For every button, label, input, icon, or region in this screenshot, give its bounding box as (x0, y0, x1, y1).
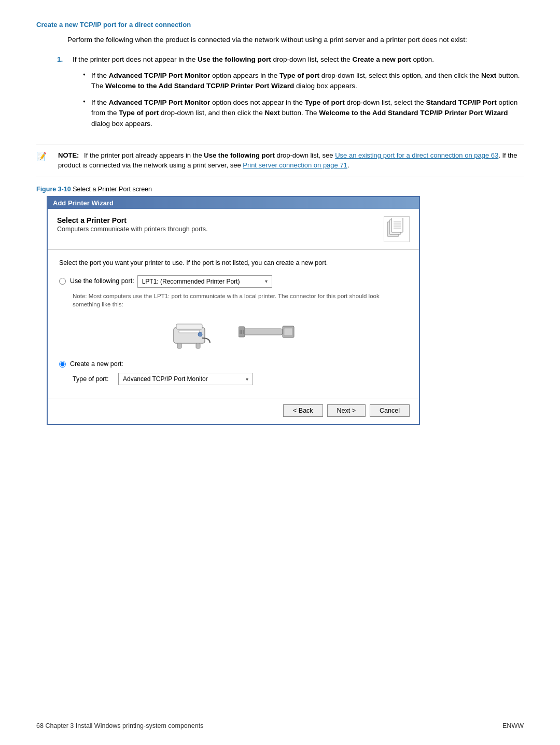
bullet2-bold4: Type of port (119, 109, 159, 117)
svg-rect-11 (177, 343, 181, 348)
radio-use-following-port-row: Use the following port: LPT1: (Recommend… (59, 275, 408, 288)
radio-create-new-port[interactable] (59, 361, 66, 368)
radio-use-following-port[interactable] (59, 278, 66, 285)
intro-text: Perform the following when the product i… (67, 35, 524, 45)
svg-rect-13 (241, 329, 283, 335)
wizard-titlebar: Add Printer Wizard (48, 197, 419, 209)
svg-point-10 (198, 332, 202, 336)
wizard-printer-icon (384, 216, 410, 242)
back-button[interactable]: < Back (283, 404, 323, 417)
next-button[interactable]: Next > (327, 404, 366, 417)
svg-rect-12 (196, 343, 200, 348)
wizard-footer: < Back Next > Cancel (48, 399, 419, 424)
cable-svg (239, 318, 296, 347)
bullet2-bold3: Standard TCP/IP Port (426, 99, 497, 106)
bullet1-bold2: Type of port (279, 72, 319, 79)
wizard-header-title: Select a Printer Port (57, 216, 207, 224)
bullet1-bold3: Next (481, 72, 496, 79)
list-item-1: 1. If the printer port does not appear i… (57, 54, 524, 135)
bullet2-bold2: Type of port (305, 99, 345, 106)
svg-rect-19 (284, 328, 292, 335)
note-content: NOTE: If the printer port already appear… (58, 150, 524, 171)
printer-illustration (59, 315, 408, 351)
list-number-1: 1. (57, 54, 73, 135)
list1-text-after2: option. (411, 55, 434, 63)
wizard-header-text: Select a Printer Port Computers communic… (57, 216, 207, 233)
wizard-header-subtitle: Computers communicate with printers thro… (57, 226, 207, 233)
radio-create-new-port-row: Create a new port: (59, 359, 408, 369)
printer-svg (171, 315, 218, 351)
type-port-label-text: Type of port: (73, 374, 114, 384)
dropdown-port-select[interactable]: LPT1: (Recommended Printer Port) ▾ (137, 275, 272, 288)
footer-left: 68 Chapter 3 Install Windows printing-sy… (36, 722, 203, 729)
lpt1-note: Note: Most computers use the LPT1: port … (73, 292, 408, 308)
wizard-title-text: Add Printer Wizard (53, 199, 114, 207)
bullet-dot-1: ● (83, 72, 91, 92)
list-content-1: If the printer port does not appear in t… (73, 54, 524, 135)
wizard-content: Select the port you want your printer to… (48, 250, 419, 394)
wizard-dialog: Add Printer Wizard Select a Printer Port… (47, 196, 420, 426)
svg-rect-2 (391, 218, 403, 232)
bullet1-bold4: Welcome to the Add Standard TCP/IP Print… (105, 82, 294, 90)
note-bold1: Use the following port (204, 151, 275, 159)
create-port-section: Create a new port: Type of port: Advance… (59, 359, 408, 386)
dropdown1-value: LPT1: (Recommended Printer Port) (142, 277, 240, 286)
dropdown-type-of-port[interactable]: Advanced TCP/IP Port Monitor ▾ (118, 373, 253, 385)
note-label: NOTE: (58, 151, 79, 159)
bullet2-bold6: Welcome to the Add Standard TCP/IP Print… (319, 109, 508, 117)
footer-right: ENWW (502, 722, 524, 729)
svg-rect-9 (179, 330, 200, 333)
bullet-item-2: ● If the Advanced TCP/IP Port Monitor op… (83, 97, 524, 129)
cancel-button[interactable]: Cancel (370, 404, 410, 417)
dropdown2-arrow-icon: ▾ (246, 375, 248, 383)
bullet-list: ● If the Advanced TCP/IP Port Monitor op… (83, 71, 524, 129)
bullet2-bold1: Advanced TCP/IP Port Monitor (109, 99, 211, 106)
dropdown1-arrow-icon: ▾ (265, 277, 268, 285)
bullet1-bold1: Advanced TCP/IP Port Monitor (109, 72, 211, 79)
note-link1[interactable]: Use an existing port for a direct connec… (335, 151, 498, 159)
note-link2[interactable]: Print server connection on page 71 (243, 161, 347, 169)
bullet-dot-2: ● (83, 99, 91, 129)
section-title: Create a new TCP/IP port for a direct co… (36, 21, 524, 29)
radio2-label: Create a new port: (70, 359, 123, 369)
dropdown2-value: Advanced TCP/IP Port Monitor (123, 374, 208, 384)
select-port-text: Select the port you want your printer to… (59, 258, 408, 268)
figure-caption: Figure 3-10 Select a Printer Port screen (36, 186, 524, 193)
list1-text-before: If the printer port does not appear in t… (73, 55, 198, 63)
bullet-item-1: ● If the Advanced TCP/IP Port Monitor op… (83, 71, 524, 92)
radio1-label: Use the following port: (70, 276, 134, 286)
numbered-list: 1. If the printer port does not appear i… (57, 54, 524, 135)
list1-text-after1: drop-down list, select the (271, 55, 353, 63)
note-icon: 📝 (36, 150, 55, 163)
bullet1-content: If the Advanced TCP/IP Port Monitor opti… (91, 71, 524, 92)
note-box: 📝 NOTE: If the printer port already appe… (36, 145, 524, 176)
note-text: If the printer port already appears in t… (58, 151, 517, 170)
svg-rect-8 (176, 324, 202, 329)
list1-bold2: Create a new port (352, 55, 411, 63)
figure-label: Figure 3-10 (36, 186, 71, 193)
bullet2-bold5: Next (264, 109, 279, 117)
figure-caption-desc: Select a Printer Port screen (73, 186, 152, 193)
bullet2-content: If the Advanced TCP/IP Port Monitor opti… (91, 97, 524, 129)
type-port-row: Type of port: Advanced TCP/IP Port Monit… (73, 373, 408, 385)
wizard-header-section: Select a Printer Port Computers communic… (48, 209, 419, 250)
wizard-body: Select a Printer Port Computers communic… (48, 209, 419, 425)
list1-bold1: Use the following port (198, 55, 271, 63)
page-footer: 68 Chapter 3 Install Windows printing-sy… (36, 722, 524, 729)
